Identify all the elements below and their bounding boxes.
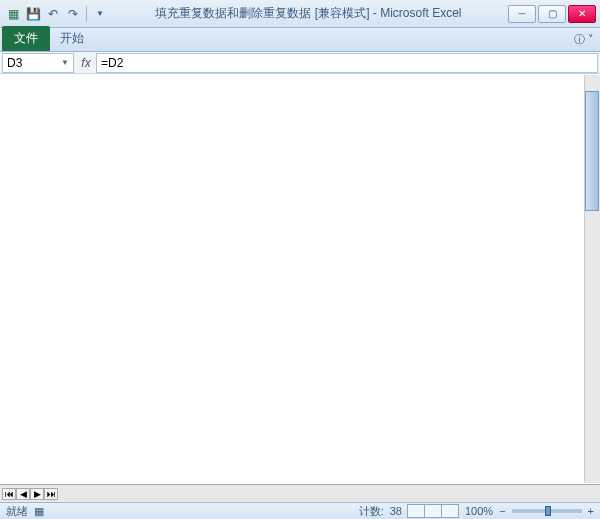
sheet-nav-next-icon[interactable]: ▶ [30,488,44,500]
name-box-dropdown-icon[interactable]: ▼ [61,58,69,67]
vertical-scrollbar[interactable] [584,75,600,483]
ribbon-tab-0[interactable]: 开始 [52,26,92,51]
window-controls: ─ ▢ ✕ [508,5,596,23]
excel-icon[interactable]: ▦ [4,5,22,23]
titlebar: ▦ 💾 ↶ ↷ ▼ 填充重复数据和删除重复数据 [兼容模式] - Microso… [0,0,600,28]
zoom-in-icon[interactable]: + [588,505,594,517]
status-count-value: 38 [390,505,402,517]
spreadsheet-grid[interactable] [0,74,600,482]
sheet-nav-prev-icon[interactable]: ◀ [16,488,30,500]
formula-bar[interactable]: =D2 [96,53,598,73]
status-calc-icon: ▦ [34,505,44,518]
sheet-nav-last-icon[interactable]: ⏭ [44,488,58,500]
view-pagebreak-icon[interactable] [441,504,459,518]
view-layout-icon[interactable] [424,504,442,518]
sheet-nav-buttons: ⏮ ◀ ▶ ⏭ [0,488,60,500]
sheet-tab-bar: ⏮ ◀ ▶ ⏭ [0,484,600,502]
save-icon[interactable]: 💾 [24,5,42,23]
qat-separator [86,6,87,22]
scrollbar-thumb[interactable] [585,91,599,211]
zoom-out-icon[interactable]: − [499,505,505,517]
status-count-label: 计数: [359,504,384,519]
minimize-button[interactable]: ─ [508,5,536,23]
name-box-value: D3 [7,56,22,70]
view-normal-icon[interactable] [407,504,425,518]
window-title: 填充重复数据和删除重复数据 [兼容模式] - Microsoft Excel [109,5,508,22]
view-buttons [408,504,459,518]
zoom-thumb[interactable] [545,506,551,516]
close-button[interactable]: ✕ [568,5,596,23]
qat-dropdown-icon[interactable]: ▼ [91,5,109,23]
zoom-slider[interactable] [512,509,582,513]
file-tab[interactable]: 文件 [2,26,50,51]
maximize-button[interactable]: ▢ [538,5,566,23]
status-bar: 就绪 ▦ 计数: 38 100% − + [0,502,600,519]
status-ready: 就绪 [6,504,28,519]
zoom-level: 100% [465,505,493,517]
ribbon-tabs: 文件 开始 ⓘ ˅ [0,28,600,52]
redo-icon[interactable]: ↷ [64,5,82,23]
formula-bar-row: D3 ▼ fx =D2 [0,52,600,74]
name-box[interactable]: D3 ▼ [2,53,74,73]
ribbon-help-icon[interactable]: ⓘ ˅ [570,28,598,51]
quick-access-toolbar: ▦ 💾 ↶ ↷ ▼ [4,5,109,23]
formula-value: =D2 [101,56,123,70]
fx-icon[interactable]: fx [76,56,96,70]
sheet-nav-first-icon[interactable]: ⏮ [2,488,16,500]
undo-icon[interactable]: ↶ [44,5,62,23]
